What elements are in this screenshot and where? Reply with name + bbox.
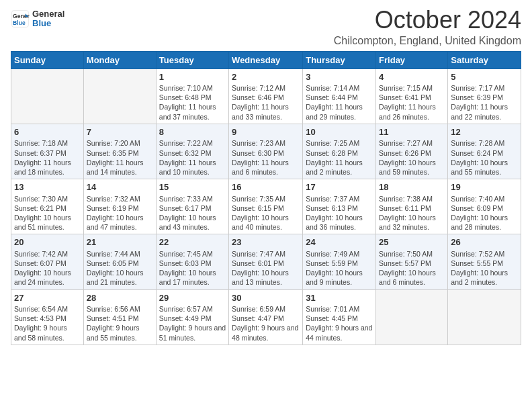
logo-blue: Blue <box>32 19 64 28</box>
day-number: 23 <box>232 236 300 248</box>
sunrise-text: Sunrise: 7:32 AM <box>87 194 153 203</box>
day-number: 30 <box>232 292 300 304</box>
sunrise-text: Sunrise: 7:38 AM <box>379 194 445 203</box>
sunrise-text: Sunrise: 7:15 AM <box>379 83 445 93</box>
day-info: Sunrise: 7:37 AMSunset: 6:13 PMDaylight:… <box>306 194 373 232</box>
sunset-text: Sunset: 4:45 PM <box>306 314 373 323</box>
calendar-cell: 16Sunrise: 7:35 AMSunset: 6:15 PMDayligh… <box>229 179 303 234</box>
logo-general: General <box>32 9 64 19</box>
sunset-text: Sunset: 5:55 PM <box>451 259 518 268</box>
sunrise-text: Sunrise: 7:45 AM <box>159 249 226 259</box>
sunset-text: Sunset: 6:28 PM <box>306 148 373 158</box>
day-number: 11 <box>379 126 445 138</box>
calendar-cell: 30Sunrise: 6:59 AMSunset: 4:47 PMDayligh… <box>229 289 303 345</box>
day-number: 14 <box>87 181 153 193</box>
sunset-text: Sunset: 6:03 PM <box>159 259 226 268</box>
daylight-text: Daylight: 10 hours and 9 minutes. <box>306 268 373 287</box>
sunset-text: Sunset: 4:47 PM <box>232 314 300 323</box>
day-info: Sunrise: 6:54 AMSunset: 4:53 PMDaylight:… <box>14 304 81 342</box>
sunset-text: Sunset: 5:57 PM <box>379 259 445 268</box>
daylight-text: Daylight: 11 hours and 14 minutes. <box>87 158 153 177</box>
sunrise-text: Sunrise: 7:14 AM <box>306 83 373 93</box>
sunset-text: Sunset: 6:32 PM <box>159 148 226 158</box>
sunrise-text: Sunrise: 6:54 AM <box>14 304 81 314</box>
day-number: 12 <box>451 126 518 138</box>
calendar-cell: 9Sunrise: 7:23 AMSunset: 6:30 PMDaylight… <box>229 124 303 179</box>
day-info: Sunrise: 7:10 AMSunset: 6:48 PMDaylight:… <box>159 83 226 122</box>
daylight-text: Daylight: 11 hours and 18 minutes. <box>14 158 81 177</box>
daylight-text: Daylight: 10 hours and 21 minutes. <box>87 268 153 287</box>
day-number: 16 <box>232 181 300 193</box>
sunrise-text: Sunrise: 7:12 AM <box>232 83 300 93</box>
sunrise-text: Sunrise: 7:49 AM <box>306 249 373 259</box>
sunset-text: Sunset: 6:24 PM <box>451 148 518 158</box>
calendar-cell: 21Sunrise: 7:44 AMSunset: 6:05 PMDayligh… <box>83 234 156 289</box>
sunrise-text: Sunrise: 7:01 AM <box>306 304 373 314</box>
sunset-text: Sunset: 5:59 PM <box>306 259 373 268</box>
calendar-cell <box>448 289 521 345</box>
calendar-cell: 29Sunrise: 6:57 AMSunset: 4:49 PMDayligh… <box>156 289 228 345</box>
daylight-text: Daylight: 10 hours and 40 minutes. <box>232 213 300 232</box>
day-number: 22 <box>159 236 226 248</box>
sunset-text: Sunset: 6:09 PM <box>451 203 518 213</box>
sunrise-text: Sunrise: 7:28 AM <box>451 138 518 148</box>
day-number: 8 <box>159 126 226 138</box>
sunrise-text: Sunrise: 7:23 AM <box>232 138 300 148</box>
day-info: Sunrise: 7:23 AMSunset: 6:30 PMDaylight:… <box>232 138 300 177</box>
sunset-text: Sunset: 6:13 PM <box>306 203 373 213</box>
day-number: 9 <box>232 126 300 138</box>
sunrise-text: Sunrise: 7:17 AM <box>451 83 518 93</box>
day-number: 5 <box>451 71 518 83</box>
sunrise-text: Sunrise: 7:42 AM <box>14 249 81 259</box>
calendar-cell: 7Sunrise: 7:20 AMSunset: 6:35 PMDaylight… <box>83 124 156 179</box>
daylight-text: Daylight: 10 hours and 51 minutes. <box>14 213 81 232</box>
day-info: Sunrise: 7:38 AMSunset: 6:11 PMDaylight:… <box>379 194 445 232</box>
sunrise-text: Sunrise: 7:30 AM <box>14 194 81 203</box>
day-info: Sunrise: 7:25 AMSunset: 6:28 PMDaylight:… <box>306 138 373 177</box>
calendar-cell: 10Sunrise: 7:25 AMSunset: 6:28 PMDayligh… <box>303 124 376 179</box>
sunrise-text: Sunrise: 7:47 AM <box>232 249 300 259</box>
calendar-cell: 22Sunrise: 7:45 AMSunset: 6:03 PMDayligh… <box>156 234 228 289</box>
calendar-cell: 3Sunrise: 7:14 AMSunset: 6:44 PMDaylight… <box>303 68 376 124</box>
day-number: 20 <box>14 236 81 248</box>
calendar-cell: 11Sunrise: 7:27 AMSunset: 6:26 PMDayligh… <box>376 124 448 179</box>
day-info: Sunrise: 7:17 AMSunset: 6:39 PMDaylight:… <box>451 83 518 122</box>
daylight-text: Daylight: 10 hours and 6 minutes. <box>379 268 445 287</box>
daylight-text: Daylight: 9 hours and 51 minutes. <box>159 323 226 342</box>
sunrise-text: Sunrise: 7:20 AM <box>87 138 153 148</box>
calendar-cell: 13Sunrise: 7:30 AMSunset: 6:21 PMDayligh… <box>11 179 84 234</box>
day-info: Sunrise: 7:52 AMSunset: 5:55 PMDaylight:… <box>451 249 518 287</box>
sunset-text: Sunset: 6:48 PM <box>159 93 226 102</box>
sunrise-text: Sunrise: 7:25 AM <box>306 138 373 148</box>
weekday-header-thursday: Thursday <box>303 51 376 68</box>
sunset-text: Sunset: 6:44 PM <box>306 93 373 102</box>
day-number: 27 <box>14 292 81 304</box>
calendar-cell: 24Sunrise: 7:49 AMSunset: 5:59 PMDayligh… <box>303 234 376 289</box>
weekday-header-tuesday: Tuesday <box>156 51 228 68</box>
calendar-cell: 4Sunrise: 7:15 AMSunset: 6:41 PMDaylight… <box>376 68 448 124</box>
day-number: 7 <box>87 126 153 138</box>
day-number: 2 <box>232 71 300 83</box>
day-info: Sunrise: 7:44 AMSunset: 6:05 PMDaylight:… <box>87 249 153 287</box>
sunset-text: Sunset: 6:39 PM <box>451 93 518 102</box>
daylight-text: Daylight: 11 hours and 37 minutes. <box>159 102 226 121</box>
day-info: Sunrise: 7:42 AMSunset: 6:07 PMDaylight:… <box>14 249 81 287</box>
day-number: 29 <box>159 292 226 304</box>
calendar-cell: 2Sunrise: 7:12 AMSunset: 6:46 PMDaylight… <box>229 68 303 124</box>
calendar-cell: 5Sunrise: 7:17 AMSunset: 6:39 PMDaylight… <box>448 68 521 124</box>
day-number: 3 <box>306 71 373 83</box>
day-number: 21 <box>87 236 153 248</box>
day-number: 15 <box>159 181 226 193</box>
day-info: Sunrise: 7:28 AMSunset: 6:24 PMDaylight:… <box>451 138 518 177</box>
logo: General Blue General Blue <box>11 9 64 29</box>
daylight-text: Daylight: 11 hours and 2 minutes. <box>306 158 373 177</box>
day-info: Sunrise: 7:27 AMSunset: 6:26 PMDaylight:… <box>379 138 445 177</box>
day-info: Sunrise: 7:32 AMSunset: 6:19 PMDaylight:… <box>87 194 153 232</box>
sunset-text: Sunset: 6:17 PM <box>159 203 226 213</box>
daylight-text: Daylight: 10 hours and 36 minutes. <box>306 213 373 232</box>
calendar-cell: 26Sunrise: 7:52 AMSunset: 5:55 PMDayligh… <box>448 234 521 289</box>
day-number: 26 <box>451 236 518 248</box>
day-number: 13 <box>14 181 81 193</box>
calendar-cell: 28Sunrise: 6:56 AMSunset: 4:51 PMDayligh… <box>83 289 156 345</box>
daylight-text: Daylight: 10 hours and 47 minutes. <box>87 213 153 232</box>
